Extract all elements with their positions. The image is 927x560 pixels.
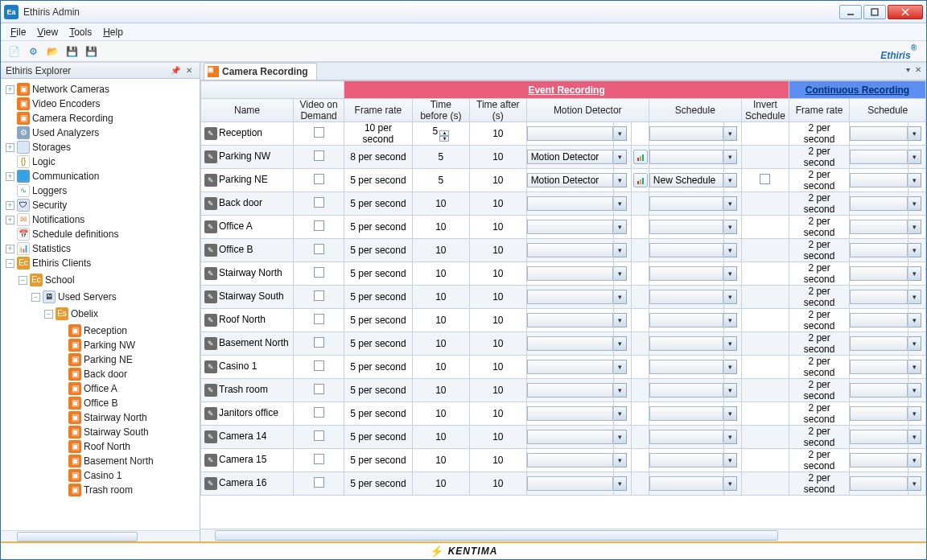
vod-checkbox[interactable] (314, 220, 324, 231)
table-row[interactable]: Camera 145 per second10102 per second (201, 426, 926, 449)
close-button[interactable] (888, 5, 923, 19)
schedule-dropdown-btn[interactable] (724, 290, 741, 304)
col-cont-framerate[interactable]: Frame rate (789, 99, 849, 122)
cont-schedule-dropdown-btn[interactable] (908, 290, 925, 304)
cell-cont-framerate[interactable]: 2 per second (789, 356, 849, 379)
cell-time-after[interactable]: 10 (470, 426, 527, 449)
table-row[interactable]: Parking NW8 per second510Motion Detector… (201, 146, 926, 169)
cell-cont-framerate[interactable]: 2 per second (789, 332, 849, 356)
schedule-dropdown[interactable] (649, 406, 724, 421)
grid[interactable]: Event Recording Continuous Recording Nam… (200, 80, 926, 529)
tree-storages[interactable]: Storages (32, 140, 71, 154)
cell-time-before[interactable]: 10 (412, 402, 469, 426)
cont-schedule-dropdown-btn[interactable] (908, 336, 925, 351)
cell-cont-framerate[interactable]: 2 per second (789, 146, 849, 169)
col-invert-schedule[interactable]: Invert Schedule (741, 99, 789, 122)
motion-detector-dropdown[interactable] (527, 196, 614, 211)
motion-detector-dropdown[interactable]: Motion Detector (527, 173, 614, 187)
motion-detector-dropdown[interactable] (527, 430, 614, 444)
motion-detector-dropdown[interactable] (527, 336, 614, 351)
cell-time-after[interactable]: 10 (470, 216, 527, 239)
vod-checkbox[interactable] (314, 197, 324, 208)
table-row[interactable]: Basement North5 per second10102 per seco… (201, 332, 926, 356)
cell-framerate[interactable]: 10 per second (344, 122, 413, 146)
toolbar-save-icon[interactable]: 💾 (64, 43, 80, 60)
motion-detector-dropdown-btn[interactable] (614, 430, 631, 444)
row-edit-icon[interactable] (204, 337, 217, 350)
cont-schedule-dropdown-btn[interactable] (908, 196, 925, 211)
table-row[interactable]: Casino 15 per second10102 per second (201, 356, 926, 379)
motion-bars-button[interactable] (633, 173, 648, 187)
row-edit-icon[interactable] (204, 384, 217, 397)
cell-cont-framerate[interactable]: 2 per second (789, 426, 849, 449)
cell-time-before[interactable]: 10 (412, 426, 469, 449)
vod-checkbox[interactable] (314, 244, 324, 254)
cell-cont-framerate[interactable]: 2 per second (789, 449, 849, 472)
cell-framerate[interactable]: 5 per second (344, 356, 413, 379)
collapse-icon[interactable]: − (31, 293, 40, 302)
schedule-dropdown-btn[interactable] (724, 243, 741, 257)
schedule-dropdown[interactable]: New Schedule (649, 173, 724, 187)
cell-time-after[interactable]: 10 (470, 356, 527, 379)
expand-icon[interactable]: + (6, 216, 14, 224)
tree-camera-item[interactable]: Casino 1 (84, 468, 122, 483)
schedule-dropdown-btn[interactable] (724, 313, 741, 327)
row-edit-icon[interactable] (204, 314, 217, 327)
cell-time-before[interactable]: 10 (412, 262, 469, 286)
tab-close-icon[interactable]: ✕ (915, 65, 921, 74)
cell-time-before[interactable]: 10 (412, 239, 469, 262)
cell-cont-framerate[interactable]: 2 per second (789, 286, 849, 309)
minimize-button[interactable] (839, 5, 862, 19)
motion-detector-dropdown-btn[interactable] (614, 406, 631, 421)
motion-detector-dropdown[interactable] (527, 243, 614, 257)
cont-schedule-dropdown-btn[interactable] (908, 453, 925, 467)
table-row[interactable]: Stairway South5 per second10102 per seco… (201, 286, 926, 309)
vod-checkbox[interactable] (314, 267, 324, 278)
row-edit-icon[interactable] (204, 454, 217, 467)
row-edit-icon[interactable] (204, 197, 217, 210)
tree-camera-item[interactable]: Parking NE (84, 352, 133, 367)
cell-time-before[interactable]: 10 (412, 379, 469, 402)
tree-camera-recording[interactable]: Camera Recording (32, 111, 113, 126)
spinner[interactable]: ▴▾ (439, 130, 449, 142)
schedule-dropdown[interactable] (649, 126, 724, 141)
schedule-dropdown-btn[interactable] (724, 336, 741, 351)
vod-checkbox[interactable] (314, 430, 324, 441)
vod-checkbox[interactable] (314, 477, 324, 488)
schedule-dropdown[interactable] (649, 360, 724, 374)
tree-camera-item[interactable]: Stairway North (84, 410, 147, 425)
cell-framerate[interactable]: 5 per second (344, 332, 413, 356)
cell-time-after[interactable]: 10 (470, 122, 527, 146)
motion-bars-button[interactable] (633, 150, 648, 164)
motion-detector-dropdown-btn[interactable] (614, 150, 631, 164)
vod-checkbox[interactable] (314, 337, 324, 348)
motion-detector-dropdown-btn[interactable] (614, 220, 631, 234)
cont-schedule-dropdown[interactable] (850, 430, 908, 444)
tab-camera-recording[interactable]: ▣ Camera Recording (204, 63, 317, 80)
cell-framerate[interactable]: 5 per second (344, 216, 413, 239)
tree-obelix[interactable]: Obelix (71, 307, 98, 321)
table-row[interactable]: Trash room5 per second10102 per second (201, 379, 926, 402)
motion-detector-dropdown[interactable] (527, 313, 614, 327)
schedule-dropdown[interactable] (649, 243, 724, 257)
cell-time-before[interactable]: 10 (412, 309, 469, 332)
schedule-dropdown[interactable] (649, 313, 724, 327)
cont-schedule-dropdown[interactable] (850, 290, 908, 304)
table-row[interactable]: Janitors office5 per second10102 per sec… (201, 402, 926, 426)
schedule-dropdown-btn[interactable] (724, 406, 741, 421)
vod-checkbox[interactable] (314, 150, 324, 161)
cell-time-after[interactable]: 10 (470, 472, 527, 496)
motion-detector-dropdown[interactable] (527, 126, 614, 141)
tree-camera-item[interactable]: Office A (84, 381, 117, 396)
schedule-dropdown-btn[interactable] (724, 453, 741, 467)
cont-schedule-dropdown-btn[interactable] (908, 126, 925, 141)
col-time-before[interactable]: Time before (s) (412, 99, 469, 122)
motion-detector-dropdown-btn[interactable] (614, 243, 631, 257)
schedule-dropdown[interactable] (649, 453, 724, 467)
col-schedule[interactable]: Schedule (649, 99, 741, 122)
cont-schedule-dropdown[interactable] (850, 243, 908, 257)
col-framerate[interactable]: Frame rate (344, 99, 413, 122)
cell-cont-framerate[interactable]: 2 per second (789, 192, 849, 216)
schedule-dropdown[interactable] (649, 336, 724, 351)
cell-time-before[interactable]: 10 (412, 192, 469, 216)
